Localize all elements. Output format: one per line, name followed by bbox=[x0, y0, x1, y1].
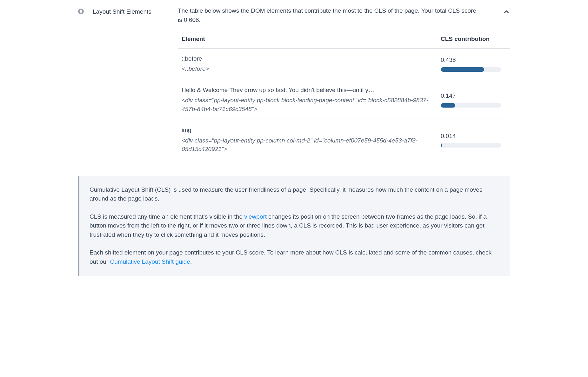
cls-bar-fill bbox=[441, 67, 484, 72]
cls-bar bbox=[441, 67, 501, 72]
table-row: img<div class="pp-layout-entity pp-colum… bbox=[178, 120, 510, 160]
status-circle-icon bbox=[78, 9, 84, 14]
col-header-cls: CLS contribution bbox=[437, 31, 510, 48]
cls-value: 0.014 bbox=[441, 132, 506, 141]
cls-cell: 0.014 bbox=[437, 120, 510, 160]
info-p1: Cumulative Layout Shift (CLS) is used to… bbox=[90, 185, 501, 203]
section-description: The table below shows the DOM elements t… bbox=[178, 6, 479, 24]
col-header-element: Element bbox=[178, 31, 437, 48]
cls-cell: 0.438 bbox=[437, 48, 510, 80]
cls-value: 0.438 bbox=[441, 56, 506, 65]
info-callout: Cumulative Layout Shift (CLS) is used to… bbox=[78, 176, 510, 276]
cls-bar-fill bbox=[441, 143, 442, 148]
element-cell: Hello & Welcome They grow up so fast. Yo… bbox=[178, 80, 437, 120]
element-cell: ::before<::before> bbox=[178, 48, 437, 80]
element-cell: img<div class="pp-layout-entity pp-colum… bbox=[178, 120, 437, 160]
viewport-link[interactable]: viewport bbox=[244, 213, 267, 220]
element-html: <::before> bbox=[182, 64, 433, 73]
element-name: Hello & Welcome They grow up so fast. Yo… bbox=[182, 86, 433, 95]
element-html: <div class="pp-layout-entity pp-column c… bbox=[182, 136, 433, 154]
cls-guide-link[interactable]: Cumulative Layout Shift guide bbox=[110, 258, 190, 265]
element-html: <div class="pp-layout-entity pp-block bl… bbox=[182, 96, 433, 113]
element-name: img bbox=[182, 126, 433, 135]
table-row: Hello & Welcome They grow up so fast. Yo… bbox=[178, 80, 510, 120]
chevron-up-icon[interactable] bbox=[503, 8, 510, 18]
cls-table: Element CLS contribution ::before<::befo… bbox=[178, 31, 510, 160]
section-header-row: Layout Shift Elements The table below sh… bbox=[78, 6, 510, 160]
cls-bar bbox=[441, 143, 501, 148]
info-p3: Each shifted element on your page contri… bbox=[90, 248, 501, 266]
cls-bar bbox=[441, 103, 501, 108]
table-row: ::before<::before>0.438 bbox=[178, 48, 510, 80]
cls-bar-fill bbox=[441, 103, 455, 108]
element-name: ::before bbox=[182, 54, 433, 63]
info-p2: CLS is measured any time an element that… bbox=[90, 212, 501, 240]
cls-value: 0.147 bbox=[441, 91, 506, 101]
section-title: Layout Shift Elements bbox=[93, 7, 169, 17]
cls-cell: 0.147 bbox=[437, 80, 510, 120]
